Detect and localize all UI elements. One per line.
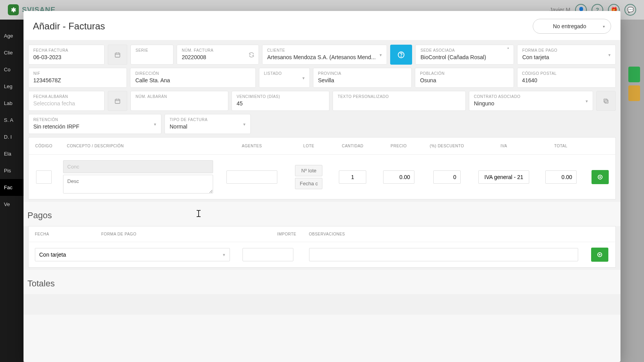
label: NÚM. FACTURA [182,48,254,52]
refresh-icon[interactable] [248,52,255,58]
lote-fecha-input[interactable] [295,178,322,189]
fecha-albaran-field[interactable]: FECHA ALBARÁN [28,91,105,111]
retencion-field[interactable]: RETENCIÓN Sin retención IRPF [28,114,161,134]
sidebar-item[interactable]: Pis [0,162,24,179]
direccion-input[interactable] [135,76,250,84]
num-albaran-input[interactable] [136,100,223,107]
precio-input[interactable] [383,170,414,184]
modal-header: Añadir - Facturas No entregado [24,11,620,40]
direccion-field[interactable]: DIRECCIÓN [130,68,255,88]
sidebar-item-active[interactable]: Fac [0,179,24,196]
svg-rect-0 [115,53,120,57]
provincia-input[interactable] [318,76,407,84]
contrato-field[interactable]: CONTRATO ASOCIADO Ninguno [469,91,593,111]
cp-input[interactable] [522,76,611,84]
label: VENCIMIENTO (DÍAS) [237,94,324,99]
label: FORMA DE PAGO [522,48,611,52]
cliente-field[interactable]: CLIENTE Artesanos Mendoza S.A. (Artesano… [262,45,387,65]
pago-forma-select[interactable] [35,248,230,261]
add-line-button[interactable] [592,170,609,184]
cantidad-input[interactable] [339,170,366,184]
total-input[interactable] [545,170,577,184]
help-button[interactable] [390,45,412,65]
serie-input[interactable] [136,53,168,61]
bg-sidebar: Age Clie Co Leg Lab S. A D. I Ela Pis Fa… [0,20,24,362]
bg-badge-orange [628,85,640,101]
sidebar-item[interactable]: Age [0,27,24,44]
texto-personalizado-input[interactable] [338,100,461,107]
chat-icon[interactable]: 💬 [624,4,636,16]
label: PROVINCIA [318,71,407,76]
codigo-input[interactable] [36,170,52,184]
link-icon[interactable] [596,91,616,111]
sidebar-item[interactable]: Clie [0,44,24,61]
th-agentes: AGENTES [217,138,287,155]
num-albaran-field[interactable]: NÚM. ALBARÁN [130,91,228,111]
add-pago-button[interactable] [591,248,608,262]
calendar-icon[interactable] [108,45,127,65]
listado-value [264,76,305,84]
th-fecha: FECHA [29,226,95,242]
sede-field[interactable]: SEDE ASOCIADA BioControl (Cañada Rosal) [415,45,514,65]
status-value: No entregado [553,23,586,29]
serie-field[interactable]: SERIE [130,45,174,65]
sidebar-item[interactable]: Ela [0,145,24,162]
pago-row: ▾ [29,242,616,268]
vencimiento-field[interactable]: VENCIMIENTO (DÍAS) [232,91,329,111]
label: SEDE ASOCIADA [420,48,509,52]
fecha-albaran-input[interactable] [33,100,99,107]
cliente-value: Artesanos Mendoza S.A. (Artesanos Mend..… [267,53,382,61]
pago-importe-input[interactable] [242,248,293,261]
label: CONTRATO ASOCIADO [474,94,588,99]
provincia-field[interactable]: PROVINCIA [313,68,412,88]
iva-select[interactable] [478,170,529,184]
descripcion-input[interactable] [63,175,213,194]
th-precio: PRECIO [374,138,423,155]
poblacion-field[interactable]: POBLACIÓN [415,68,514,88]
num-factura-field[interactable]: NÚM. FACTURA [177,45,259,65]
nif-input[interactable] [33,76,122,84]
th-observaciones: OBSERVACIONES [303,226,584,242]
bg-right-badges [628,67,640,101]
th-importe: IMPORTE [236,226,303,242]
modal-body: FECHA FACTURA SERIE NÚM. FACTURA CLIENTE… [24,40,620,315]
svg-point-5 [401,56,402,56]
calendar-icon[interactable] [108,91,127,111]
brand-badge-icon: ✱ [8,4,19,15]
cp-field[interactable]: CÓDIGO POSTAL [517,68,616,88]
sidebar-item[interactable]: Co [0,61,24,78]
fecha-factura-field[interactable]: FECHA FACTURA [28,45,105,65]
status-dropdown[interactable]: No entregado [533,19,611,34]
listado-field[interactable]: LISTADO [259,68,310,88]
pagos-table: FECHA FORMA DE PAGO IMPORTE OBSERVACIONE… [28,226,616,268]
concepto-input-disabled[interactable]: Conc [63,160,213,173]
sidebar-item[interactable]: Leg [0,78,24,95]
lote-num-input[interactable] [295,165,322,176]
label: RETENCIÓN [33,118,156,122]
agentes-input[interactable] [226,170,277,184]
sidebar-item[interactable]: Lab [0,95,24,112]
label: CLIENTE [267,48,382,52]
pagos-title: Pagos [24,202,620,226]
descuento-input[interactable] [433,170,461,184]
sede-value: BioControl (Cañada Rosal) [420,53,509,61]
bg-badge-green [628,67,640,82]
poblacion-input[interactable] [420,76,508,84]
sidebar-item[interactable]: D. I [0,129,24,145]
fecha-factura-input[interactable] [33,53,99,61]
texto-personalizado-field[interactable]: TEXTO PERSONALIZADO [333,91,466,111]
forma-pago-field[interactable]: FORMA DE PAGO Con tarjeta [517,45,616,65]
th-lote: LOTE [287,138,331,155]
sidebar-item[interactable]: Ve [0,196,24,213]
pago-observaciones-input[interactable] [309,248,578,261]
nif-field[interactable]: NIF [28,68,127,88]
num-factura-input[interactable] [182,53,254,61]
forma-pago-value: Con tarjeta [522,53,611,61]
totales-title: Totales [24,270,620,294]
invoice-modal: Añadir - Facturas No entregado FECHA FAC… [24,11,620,362]
sidebar-item[interactable]: S. A [0,112,24,129]
vencimiento-input[interactable] [237,100,324,107]
th-codigo: CÓDIGO [29,138,59,155]
label: FECHA FACTURA [33,48,99,52]
tipo-factura-field[interactable]: TIPO DE FACTURA Normal [165,114,251,134]
